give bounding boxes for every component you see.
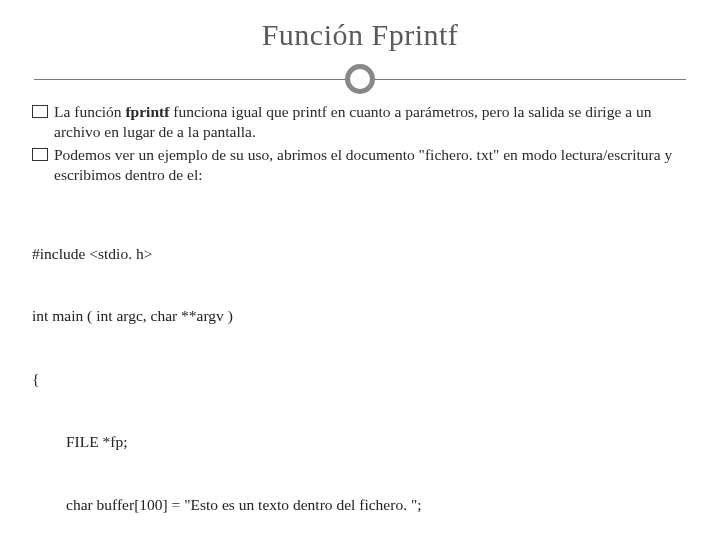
code-line: #include <stdio. h> (32, 244, 690, 265)
code-line: { (32, 369, 690, 390)
title-decoration (30, 62, 690, 96)
slide: Función Fprintf La función fprintf funci… (0, 0, 720, 540)
bullet-list: La función fprintf funciona igual que pr… (32, 102, 688, 186)
checkbox-icon (32, 148, 48, 161)
checkbox-icon (32, 105, 48, 118)
code-line: FILE *fp; (32, 432, 690, 453)
code-line: int main ( int argc, char **argv ) (32, 306, 690, 327)
bullet-text: La función fprintf funciona igual que pr… (54, 102, 688, 143)
code-block: #include <stdio. h> int main ( int argc,… (32, 202, 690, 540)
slide-title: Función Fprintf (30, 18, 690, 52)
text-bold: fprintf (125, 103, 169, 120)
code-line: char buffer[100] = "Esto es un texto den… (32, 495, 690, 516)
text-run: Podemos ver un ejemplo de su uso, abrimo… (54, 146, 672, 183)
list-item: Podemos ver un ejemplo de su uso, abrimo… (32, 145, 688, 186)
text-run: La función (54, 103, 125, 120)
bullet-text: Podemos ver un ejemplo de su uso, abrimo… (54, 145, 688, 186)
circle-icon (345, 64, 375, 94)
list-item: La función fprintf funciona igual que pr… (32, 102, 688, 143)
